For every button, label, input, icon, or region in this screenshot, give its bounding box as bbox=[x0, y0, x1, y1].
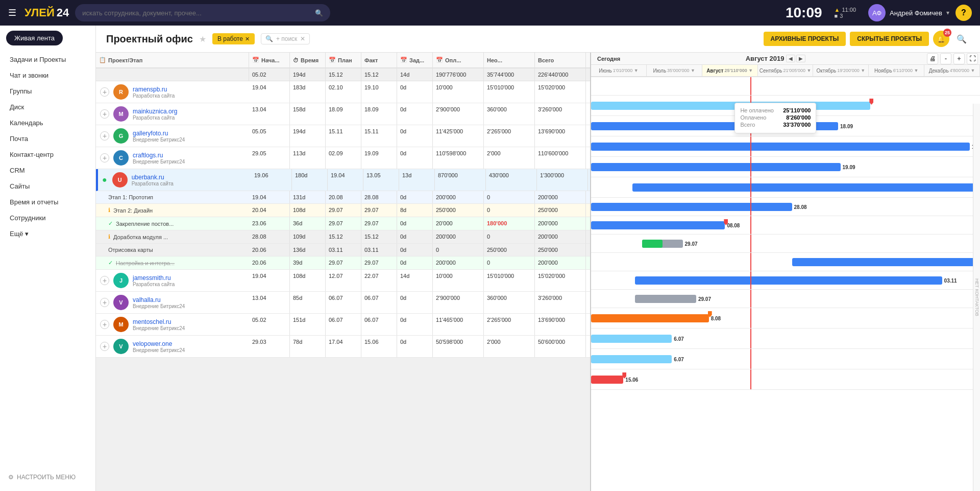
stage-row[interactable]: ✓ Закрепление постов... 23.06 36d 29.07 … bbox=[96, 217, 590, 230]
project-table: 📋 Проект/Этап 📅 Нача... ⏱ Время 📅 План bbox=[96, 53, 591, 491]
add-button[interactable]: + bbox=[100, 342, 109, 351]
sidebar-item-disk[interactable]: Диск bbox=[0, 99, 95, 115]
table-row[interactable]: + V valhalla.ru Внедрение Битрикс24 13.0… bbox=[96, 292, 590, 314]
add-button[interactable]: + bbox=[100, 276, 109, 285]
table-row[interactable]: + M mentoschel.ru Внедрение Битрикс24 05… bbox=[96, 314, 590, 336]
gantt-bar[interactable] bbox=[792, 258, 980, 266]
table-row[interactable]: + C craftlogs.ru Внедрение Битрикс24 29.… bbox=[96, 147, 590, 169]
gantt-month-column[interactable]: Июль35'000'000 ▼ bbox=[647, 65, 702, 76]
gantt-bar[interactable] bbox=[591, 376, 623, 384]
month-label: Июль bbox=[653, 68, 667, 74]
project-name-link[interactable]: mentoschel.ru bbox=[133, 318, 185, 325]
month-prev-button[interactable]: ◀ bbox=[786, 55, 795, 62]
gantt-bar[interactable] bbox=[591, 203, 792, 211]
hidden-projects-button[interactable]: СКРЫТЫЕ ПРОЕКТЫ bbox=[850, 32, 929, 46]
table-row[interactable]: + V velopower.one Внедрение Битрикс24 29… bbox=[96, 336, 590, 358]
gantt-bar[interactable] bbox=[591, 314, 709, 322]
gantt-bar[interactable] bbox=[591, 355, 672, 363]
project-name-link[interactable]: velopower.one bbox=[133, 340, 185, 347]
user-profile[interactable]: АФ Андрей Фомичев ▾ bbox=[868, 4, 949, 21]
sidebar-settings[interactable]: ⚙ НАСТРОИТЬ МЕНЮ bbox=[0, 469, 95, 486]
add-button[interactable]: + bbox=[100, 320, 109, 329]
gantt-bar[interactable] bbox=[591, 221, 725, 229]
stage-row[interactable]: ℹ Доработка модуля ... 28.08 109d 15.12 … bbox=[96, 230, 590, 244]
page-search-icon[interactable]: 🔍 bbox=[953, 31, 970, 47]
gantt-bar[interactable] bbox=[591, 143, 970, 151]
zoom-in-button[interactable]: - bbox=[940, 53, 951, 64]
sidebar-item-crm[interactable]: CRM bbox=[0, 162, 95, 178]
gantt-bar[interactable] bbox=[635, 295, 696, 303]
sidebar-item-calendar[interactable]: Календарь bbox=[0, 115, 95, 131]
print-button[interactable]: 🖨 bbox=[927, 53, 938, 64]
filter-tag-working[interactable]: В работе ✕ bbox=[212, 33, 255, 44]
table-row[interactable]: + M mainkuznica.org Разработка сайта 13.… bbox=[96, 103, 590, 125]
stage-row[interactable]: ℹ Этап 2: Дизайн 20.04 108d 29.07 29.07 … bbox=[96, 204, 590, 217]
filter-search-bar[interactable]: 🔍 + поиск ✕ bbox=[261, 33, 310, 44]
archive-projects-button[interactable]: АРХИВНЫЕ ПРОЕКТЫ bbox=[764, 32, 846, 46]
stage-row[interactable]: Отрисовка карты 20.06 136d 03.11 03.11 0… bbox=[96, 244, 590, 256]
gantt-bar[interactable] bbox=[591, 163, 841, 171]
stage-total: 250'000 bbox=[535, 244, 586, 256]
sidebar-item-mail[interactable]: Почта bbox=[0, 131, 95, 147]
global-search[interactable]: 🔍 bbox=[75, 4, 330, 21]
sidebar-item-label: Время и отчеты bbox=[10, 198, 58, 206]
project-name-link[interactable]: craftlogs.ru bbox=[133, 152, 185, 159]
sidebar-item-chat[interactable]: Чат и звонки bbox=[0, 67, 95, 83]
hamburger-icon[interactable]: ☰ bbox=[8, 7, 16, 18]
month-next-button[interactable]: ▶ bbox=[796, 55, 805, 62]
stage-row[interactable]: Этап 1: Прототип 19.04 131d 20.08 28.08 … bbox=[96, 191, 590, 204]
gantt-month-column[interactable]: Июнь1'010'000 ▼ bbox=[591, 65, 647, 76]
gantt-bar[interactable] bbox=[591, 335, 672, 343]
gantt-month-column[interactable]: Октябрь19'200'000 ▼ bbox=[813, 65, 869, 76]
add-button[interactable]: + bbox=[100, 131, 109, 141]
sidebar-item-more[interactable]: Ещё ▾ bbox=[0, 226, 95, 242]
gantt-month-column[interactable]: Декабрь4'800'000 ▼ bbox=[924, 65, 980, 76]
gantt-bar[interactable] bbox=[632, 183, 980, 192]
gantt-row: 29.07 bbox=[591, 235, 980, 253]
stage-total: 200'000 bbox=[535, 217, 586, 230]
filter-close-icon[interactable]: ✕ bbox=[245, 36, 250, 42]
gantt-bar[interactable] bbox=[591, 102, 870, 110]
project-name-link[interactable]: galleryfoto.ru bbox=[133, 130, 185, 137]
add-button[interactable]: + bbox=[100, 153, 109, 162]
project-name-link[interactable]: mainkuznica.org bbox=[133, 108, 177, 115]
add-button[interactable]: + bbox=[100, 109, 109, 119]
gantt-month-column[interactable]: Ноябрь6'110'000 ▼ bbox=[869, 65, 924, 76]
global-search-input[interactable] bbox=[82, 9, 315, 17]
gantt-body[interactable]: 18.0915.1119.0915.1228.0808.0829.0715.12… bbox=[591, 77, 980, 491]
gantt-month-column[interactable]: Сентябрь21'005'000 ▼ bbox=[758, 65, 814, 76]
gantt-month-column[interactable]: Август25'110'000 ▼ bbox=[702, 65, 758, 76]
add-button[interactable]: + bbox=[100, 87, 109, 97]
stage-row[interactable]: ✓ Настройка и интегра... 20.06 39d 29.07… bbox=[96, 256, 590, 270]
notification-item-2[interactable]: ■ 3 bbox=[835, 13, 843, 19]
gantt-bar[interactable] bbox=[642, 240, 663, 248]
sidebar-item-time-reports[interactable]: Время и отчеты bbox=[0, 194, 95, 210]
table-row[interactable]: + G galleryfoto.ru Внедрение Битрикс24 0… bbox=[96, 125, 590, 147]
notification-item-1[interactable]: ▲ 11:00 bbox=[835, 7, 856, 13]
project-start: 19.06 bbox=[251, 169, 292, 191]
project-name-link[interactable]: valhalla.ru bbox=[133, 296, 185, 303]
favorite-star-icon[interactable]: ★ bbox=[199, 34, 206, 44]
sidebar-item-tasks[interactable]: Задачи и Проекты bbox=[0, 52, 95, 67]
fullscreen-button[interactable]: ⛶ bbox=[967, 53, 978, 64]
table-row[interactable]: + J jamessmith.ru Разработка сайта 19.04… bbox=[96, 270, 590, 292]
zoom-out-button[interactable]: + bbox=[953, 53, 965, 64]
help-button[interactable]: ? bbox=[955, 5, 972, 21]
sidebar-item-groups[interactable]: Группы bbox=[0, 83, 95, 99]
sidebar-item-sites[interactable]: Сайты bbox=[0, 178, 95, 194]
avatar: J bbox=[113, 273, 129, 288]
sidebar-item-label: Контакт-центр bbox=[10, 151, 54, 158]
search-filter-close-icon[interactable]: ✕ bbox=[300, 35, 305, 42]
project-name-link[interactable]: ramenspb.ru bbox=[133, 86, 175, 93]
sidebar-item-contact-center[interactable]: Контакт-центр bbox=[0, 147, 95, 162]
month-navigation[interactable]: ◀ ▶ bbox=[786, 55, 805, 62]
top-notifications-badge[interactable]: 🔔 25 bbox=[933, 31, 949, 47]
table-row[interactable]: ● U uberbank.ru Разработка сайта 19.06 1… bbox=[96, 169, 590, 191]
add-button[interactable]: + bbox=[100, 298, 109, 307]
sidebar-live-feed-button[interactable]: Живая лента bbox=[6, 31, 63, 45]
gantt-bar[interactable] bbox=[635, 276, 942, 285]
table-row[interactable]: + R ramenspb.ru Разработка сайта 19.04 1… bbox=[96, 81, 590, 103]
project-name-link[interactable]: uberbank.ru bbox=[132, 174, 174, 181]
project-name-link[interactable]: jamessmith.ru bbox=[133, 274, 175, 282]
sidebar-item-employees[interactable]: Сотрудники bbox=[0, 210, 95, 226]
